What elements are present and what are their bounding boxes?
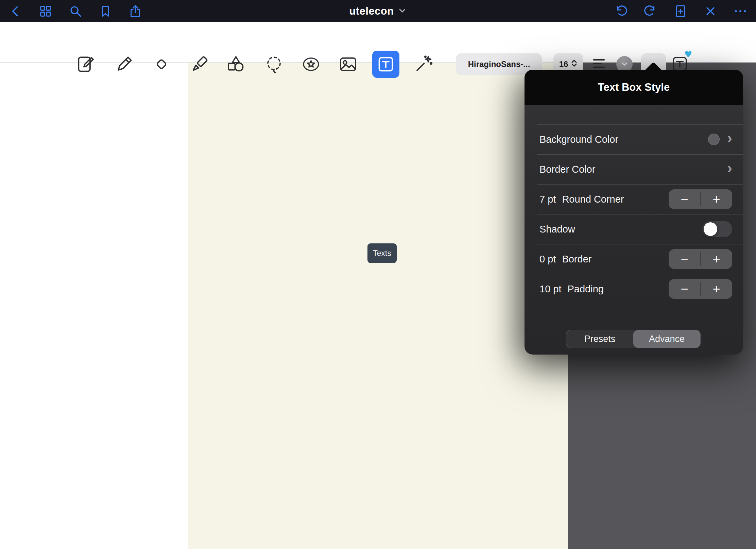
laser-pointer-tool[interactable]: [411, 52, 435, 76]
eraser-tool[interactable]: [149, 52, 174, 76]
document-title: utelecon: [349, 5, 394, 17]
padding-decrease-button[interactable]: −: [669, 279, 700, 299]
laser-pointer-icon: [413, 54, 434, 75]
round-corner-value: 7 pt: [539, 194, 556, 205]
bookmark-button[interactable]: [98, 4, 113, 19]
text-box-icon: [375, 54, 396, 75]
border-value: 0 pt: [539, 254, 556, 265]
background-color-label: Background Color: [539, 134, 618, 145]
undo-button[interactable]: [613, 4, 628, 19]
row-border: 0 pt Border − +: [525, 244, 743, 274]
shapes-tool[interactable]: [224, 52, 248, 76]
shapes-icon: [225, 54, 246, 75]
border-stepper: − +: [669, 249, 732, 269]
border-decrease-button[interactable]: −: [669, 249, 700, 269]
border-increase-button[interactable]: +: [701, 249, 732, 269]
popup-title: Text Box Style: [598, 81, 670, 93]
document-title-button[interactable]: utelecon: [349, 0, 407, 22]
row-padding: 10 pt Padding − +: [525, 274, 743, 304]
round-corner-increase-button[interactable]: +: [701, 189, 732, 209]
close-button[interactable]: [703, 4, 718, 19]
share-icon: [128, 4, 142, 18]
star-sticker-icon: [300, 54, 322, 75]
font-name-label: HiraginoSans-...: [468, 59, 530, 69]
ellipsis-icon: [733, 4, 748, 18]
toolbar-divider: [100, 54, 100, 74]
popup-header: Text Box Style: [525, 70, 743, 105]
font-size-value: 16: [559, 59, 568, 69]
bookmark-icon: [98, 4, 113, 18]
round-corner-label: Round Corner: [562, 194, 624, 205]
chevron-down-icon: [398, 6, 407, 16]
row-shadow: Shadow: [525, 214, 743, 244]
toggle-knob: [704, 222, 717, 236]
chevron-left-icon: [9, 4, 22, 19]
read-mode-tool[interactable]: [73, 52, 98, 76]
row-background-color[interactable]: Background Color ›: [525, 124, 743, 154]
shadow-label: Shadow: [539, 224, 575, 235]
row-border-color[interactable]: Border Color ›: [525, 154, 743, 184]
shadow-toggle[interactable]: [702, 221, 732, 237]
eraser-icon: [151, 54, 172, 75]
highlighter-tool[interactable]: [187, 52, 212, 76]
note-page[interactable]: [188, 63, 568, 549]
grid-icon: [38, 4, 53, 18]
redo-button[interactable]: [643, 4, 658, 19]
text-tool[interactable]: [372, 51, 399, 78]
pen-icon: [114, 54, 135, 75]
search-button[interactable]: [68, 4, 83, 19]
popup-rows: Background Color › Border Color › 7 pt R…: [525, 124, 743, 304]
undo-icon: [614, 4, 628, 18]
photo-icon: [338, 54, 359, 75]
style-badge-icon: ♥: [684, 50, 692, 59]
round-corner-decrease-button[interactable]: −: [669, 189, 700, 209]
canvas-margin-left: [0, 63, 188, 549]
round-corner-stepper: − +: [669, 189, 732, 209]
padding-increase-button[interactable]: +: [701, 279, 732, 299]
share-button[interactable]: [128, 4, 143, 19]
add-page-button[interactable]: [673, 4, 688, 19]
topbar-right-group: [613, 4, 748, 19]
padding-value: 10 pt: [539, 284, 562, 295]
highlighter-icon: [189, 54, 210, 75]
padding-label: Padding: [568, 284, 604, 295]
advance-tab[interactable]: Advance: [633, 330, 700, 348]
sticker-tool[interactable]: [299, 52, 323, 76]
lasso-icon: [263, 54, 285, 75]
redo-icon: [643, 4, 658, 18]
back-button[interactable]: [8, 4, 23, 19]
photo-tool[interactable]: [336, 52, 360, 76]
selected-text-object[interactable]: Texts: [367, 243, 397, 263]
text-box-style-popup: Text Box Style Background Color › Border…: [525, 70, 743, 355]
padding-stepper: − +: [669, 279, 732, 299]
tool-bar: HiraginoSans-... 16 ♥: [0, 22, 756, 63]
close-icon: [704, 4, 717, 18]
search-icon: [68, 4, 83, 18]
style-mode-segmented-control: Presets Advance: [566, 330, 701, 348]
more-button[interactable]: [733, 4, 748, 19]
background-color-swatch: [708, 134, 720, 145]
presets-tab[interactable]: Presets: [566, 330, 633, 348]
chevron-right-icon: ›: [727, 131, 732, 145]
stepper-chevrons-icon: [571, 59, 578, 69]
chevron-right-icon: ›: [727, 160, 732, 175]
page-edit-icon: [75, 54, 96, 75]
pen-tool[interactable]: [112, 52, 136, 76]
top-navigation-bar: utelecon: [0, 0, 756, 22]
topbar-left-group: [8, 4, 143, 19]
lasso-tool[interactable]: [262, 52, 286, 76]
add-page-icon: [673, 4, 688, 18]
thumbnails-button[interactable]: [38, 4, 53, 19]
border-label: Border: [562, 254, 591, 265]
border-color-label: Border Color: [539, 164, 595, 175]
row-round-corner: 7 pt Round Corner − +: [525, 184, 743, 214]
